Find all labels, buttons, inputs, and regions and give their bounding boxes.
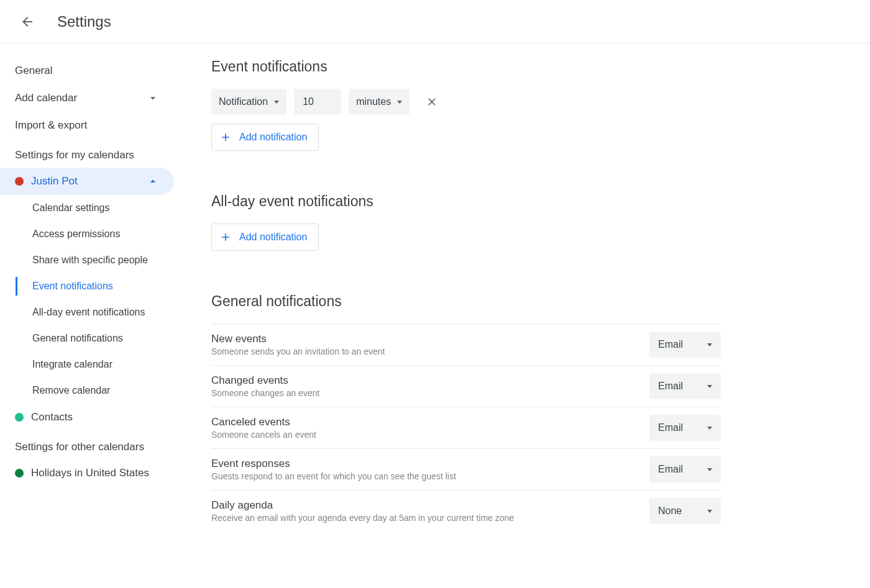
sidebar: General Add calendar Import & export Set… bbox=[0, 43, 186, 546]
gn-title: Canceled events bbox=[211, 416, 649, 428]
add-allday-notification-button[interactable]: Add notification bbox=[211, 224, 319, 251]
notification-row: Notification minutes bbox=[211, 89, 721, 115]
gn-desc: Someone cancels an event bbox=[211, 430, 649, 440]
gn-title: Changed events bbox=[211, 374, 649, 387]
sidebar-label: All-day event notifications bbox=[32, 307, 145, 318]
sidebar-sub-integrate-calendar[interactable]: Integrate calendar bbox=[0, 351, 174, 378]
caret-down-icon bbox=[274, 101, 279, 104]
button-label: Add notification bbox=[239, 232, 307, 243]
caret-down-icon bbox=[707, 343, 712, 346]
sidebar-item-calendar-justin-pot[interactable]: Justin Pot bbox=[0, 168, 174, 195]
add-notification-button[interactable]: Add notification bbox=[211, 124, 319, 151]
sidebar-label: Justin Pot bbox=[31, 175, 78, 188]
gn-title: Daily agenda bbox=[211, 499, 649, 512]
page-title: Settings bbox=[57, 13, 111, 30]
sidebar-label: Import & export bbox=[15, 119, 87, 132]
notification-value-input[interactable] bbox=[294, 89, 341, 115]
gn-title: New events bbox=[211, 333, 649, 345]
sidebar-item-general[interactable]: General bbox=[0, 57, 174, 84]
section-title: Event notifications bbox=[211, 58, 721, 75]
gn-row-daily-agenda: Daily agenda Receive an email with your … bbox=[211, 491, 721, 531]
sidebar-label: Access permissions bbox=[32, 228, 120, 240]
sidebar-sub-event-notifications[interactable]: Event notifications bbox=[0, 273, 174, 299]
dropdown-value: Notification bbox=[219, 96, 268, 107]
dropdown-value: Email bbox=[658, 422, 683, 433]
gn-select-daily-agenda[interactable]: None bbox=[649, 498, 721, 524]
notification-type-dropdown[interactable]: Notification bbox=[211, 89, 286, 115]
section-general-notifications: General notifications New events Someone… bbox=[211, 293, 721, 531]
sidebar-label: Calendar settings bbox=[32, 202, 110, 214]
chevron-down-icon bbox=[147, 92, 159, 104]
caret-down-icon bbox=[707, 385, 712, 388]
button-label: Add notification bbox=[239, 132, 307, 143]
arrow-back-icon bbox=[20, 14, 35, 29]
plus-icon bbox=[219, 131, 232, 143]
main-content: Event notifications Notification minutes… bbox=[186, 43, 746, 546]
dropdown-value: Email bbox=[658, 339, 683, 350]
gn-desc: Receive an email with your agenda every … bbox=[211, 513, 649, 523]
sidebar-label: Remove calendar bbox=[32, 385, 110, 396]
sidebar-sub-calendar-settings[interactable]: Calendar settings bbox=[0, 195, 174, 221]
close-icon bbox=[426, 96, 438, 108]
dropdown-value: minutes bbox=[356, 96, 391, 107]
sidebar-label: Share with specific people bbox=[32, 255, 148, 266]
notification-unit-dropdown[interactable]: minutes bbox=[349, 89, 410, 115]
gn-row-event-responses: Event responses Guests respond to an eve… bbox=[211, 449, 721, 491]
dropdown-value: Email bbox=[658, 381, 683, 392]
sidebar-item-holidays[interactable]: Holidays in United States bbox=[0, 459, 174, 487]
section-allday-notifications: All-day event notifications Add notifica… bbox=[211, 193, 721, 251]
sidebar-section-header-my-calendars: Settings for my calendars bbox=[0, 139, 186, 168]
sidebar-sub-remove-calendar[interactable]: Remove calendar bbox=[0, 378, 174, 404]
caret-down-icon bbox=[707, 510, 712, 513]
sidebar-sub-allday-notifications[interactable]: All-day event notifications bbox=[0, 299, 174, 325]
section-title: All-day event notifications bbox=[211, 193, 721, 210]
sidebar-label: General bbox=[15, 65, 52, 77]
sidebar-item-add-calendar[interactable]: Add calendar bbox=[0, 84, 174, 112]
back-button[interactable] bbox=[15, 9, 40, 34]
gn-select-new-events[interactable]: Email bbox=[649, 332, 721, 358]
sidebar-label: Add calendar bbox=[15, 92, 77, 104]
gn-desc: Someone changes an event bbox=[211, 388, 649, 398]
sidebar-label: Contacts bbox=[31, 411, 73, 423]
caret-down-icon bbox=[707, 468, 712, 471]
calendar-color-dot bbox=[15, 413, 24, 422]
sidebar-label: General notifications bbox=[32, 333, 123, 344]
general-notifications-list: New events Someone sends you an invitati… bbox=[211, 323, 721, 531]
plus-icon bbox=[219, 231, 232, 243]
gn-row-new-events: New events Someone sends you an invitati… bbox=[211, 324, 721, 366]
calendar-color-dot bbox=[15, 469, 24, 477]
sidebar-item-contacts[interactable]: Contacts bbox=[0, 404, 174, 431]
chevron-up-icon bbox=[147, 175, 159, 188]
gn-row-changed-events: Changed events Someone changes an event … bbox=[211, 366, 721, 407]
header: Settings bbox=[0, 0, 870, 43]
dropdown-value: Email bbox=[658, 464, 683, 475]
sidebar-sub-general-notifications[interactable]: General notifications bbox=[0, 325, 174, 351]
remove-notification-button[interactable] bbox=[422, 92, 442, 112]
section-title: General notifications bbox=[211, 293, 721, 310]
sidebar-sub-share[interactable]: Share with specific people bbox=[0, 247, 174, 273]
sidebar-item-import-export[interactable]: Import & export bbox=[0, 112, 174, 139]
caret-down-icon bbox=[397, 101, 402, 104]
gn-desc: Someone sends you an invitation to an ev… bbox=[211, 346, 649, 356]
sidebar-label: Integrate calendar bbox=[32, 359, 112, 370]
sidebar-label: Event notifications bbox=[32, 281, 113, 292]
sidebar-section-header-other-calendars: Settings for other calendars bbox=[0, 431, 186, 459]
dropdown-value: None bbox=[658, 505, 682, 517]
gn-row-canceled-events: Canceled events Someone cancels an event… bbox=[211, 407, 721, 449]
sidebar-sub-access-permissions[interactable]: Access permissions bbox=[0, 221, 174, 247]
gn-select-changed-events[interactable]: Email bbox=[649, 373, 721, 399]
section-event-notifications: Event notifications Notification minutes… bbox=[211, 58, 721, 151]
caret-down-icon bbox=[707, 427, 712, 430]
calendar-color-dot bbox=[15, 177, 24, 186]
sidebar-label: Holidays in United States bbox=[31, 467, 149, 479]
gn-title: Event responses bbox=[211, 458, 649, 470]
gn-desc: Guests respond to an event for which you… bbox=[211, 471, 649, 481]
gn-select-event-responses[interactable]: Email bbox=[649, 456, 721, 482]
gn-select-canceled-events[interactable]: Email bbox=[649, 415, 721, 441]
